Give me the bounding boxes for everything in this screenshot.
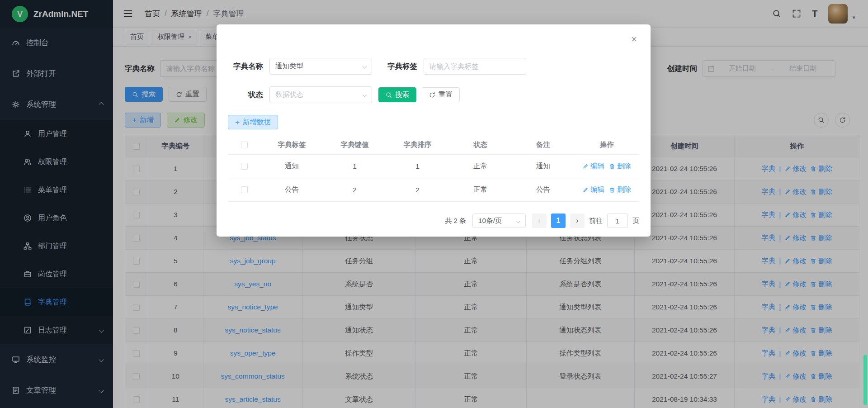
dict-data-dialog: × 字典名称 通知类型 字典标签 状态 数据状态 搜索 重置 [217,24,651,237]
cell-data-label: 公告 [260,178,323,201]
row-checkbox[interactable] [241,186,248,193]
dict-data-table: 字典标签 字典键值 字典排序 状态 备注 操作 通知 1 1 正常 通知 [228,136,639,202]
dict-name-label: 字典名称 [228,62,263,71]
goto-page-input[interactable] [607,213,628,228]
scrollbar-thumb[interactable] [863,355,867,405]
add-data-label: 新增数据 [243,118,271,127]
edit-icon [582,187,589,193]
cell-data-value: 1 [323,155,386,178]
dict-name-select-value: 通知类型 [275,62,359,71]
dict-label-input[interactable] [424,58,526,75]
search-icon [386,92,392,98]
dict-name-select[interactable]: 通知类型 [269,58,372,75]
header-data-label: 字典标签 [260,136,323,154]
next-page-button[interactable]: › [570,213,585,228]
close-icon[interactable]: × [631,34,637,44]
dialog-table-header: 字典标签 字典键值 字典排序 状态 备注 操作 [228,136,639,155]
header-data-value: 字典键值 [323,136,386,154]
dialog-search-label: 搜索 [395,90,409,100]
cell-data-sort: 1 [386,155,449,178]
dict-label-label: 字典标签 [382,62,417,71]
row-checkbox[interactable] [241,163,248,170]
chevron-down-icon [363,64,367,69]
plus-icon: + [235,119,240,126]
header-data-operations: 操作 [575,136,639,154]
select-all-checkbox[interactable] [241,142,248,148]
cell-data-status: 正常 [449,178,512,201]
dialog-search-button[interactable]: 搜索 [378,87,416,102]
trash-icon [609,187,615,193]
page-size-value: 10条/页 [478,216,513,226]
edit-link-label: 编辑 [590,185,604,195]
cell-data-operations: 编辑 删除 [575,155,639,178]
dialog-filter-form: 字典名称 通知类型 字典标签 状态 数据状态 搜索 重置 + [217,24,651,129]
dialog-reset-button[interactable]: 重置 [422,87,460,102]
cell-data-label: 通知 [260,155,323,178]
page-unit-label: 页 [632,217,639,225]
cell-data-remark: 通知 [512,155,575,178]
delete-link-label: 删除 [617,161,631,171]
goto-label: 前往 [589,217,603,225]
refresh-icon [429,92,435,98]
delete-link[interactable]: 删除 [609,161,631,171]
edit-link-label: 编辑 [590,161,604,171]
add-data-button[interactable]: + 新增数据 [228,115,278,129]
edit-link[interactable]: 编辑 [582,185,604,195]
dialog-table-body: 通知 1 1 正常 通知 编辑 删除 [228,155,639,202]
edit-link[interactable]: 编辑 [582,161,604,171]
cell-data-remark: 公告 [512,178,575,201]
chevron-down-icon [516,218,521,223]
cell-data-status: 正常 [449,155,512,178]
prev-page-button[interactable]: ‹ [532,213,547,228]
page-size-select[interactable]: 10条/页 [472,213,526,228]
dialog-table-row: 公告 2 2 正常 公告 编辑 删除 [228,178,639,202]
edit-icon [582,163,589,170]
cell-data-value: 2 [323,178,386,201]
dialog-reset-label: 重置 [439,90,453,100]
trash-icon [609,163,615,170]
pagination-total: 共 2 条 [445,217,466,225]
status-select[interactable]: 数据状态 [269,86,372,103]
header-data-sort: 字典排序 [386,136,449,154]
status-select-placeholder: 数据状态 [275,90,359,100]
chevron-down-icon [363,93,367,97]
header-data-status: 状态 [449,136,512,154]
pagination: 共 2 条 10条/页 ‹ 1 › 前往 页 [445,213,639,228]
current-page-button[interactable]: 1 [551,213,566,228]
dialog-table-row: 通知 1 1 正常 通知 编辑 删除 [228,155,639,178]
delete-link-label: 删除 [617,185,631,195]
cell-data-operations: 编辑 删除 [575,178,639,201]
status-label: 状态 [228,90,263,100]
delete-link[interactable]: 删除 [609,185,631,195]
header-data-remark: 备注 [512,136,575,154]
cell-data-sort: 2 [386,178,449,201]
